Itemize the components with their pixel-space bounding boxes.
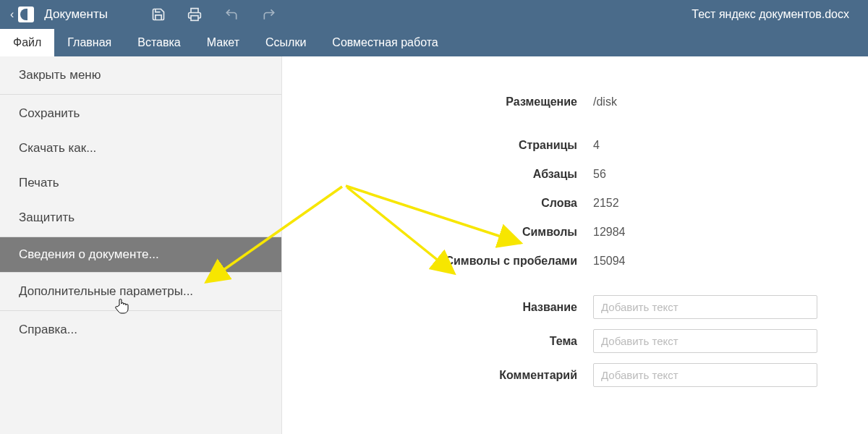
value-words: 2152 (593, 197, 619, 210)
redo-icon[interactable] (261, 7, 277, 22)
menu-advanced[interactable]: Дополнительные параметры... (0, 274, 281, 309)
undo-icon[interactable] (224, 7, 239, 22)
input-comment[interactable] (593, 363, 817, 387)
label-pages: Страницы (304, 139, 593, 152)
value-paragraphs: 56 (593, 168, 606, 181)
label-chars-spaces: Символы с пробелами (304, 255, 593, 268)
menu-save[interactable]: Сохранить (0, 96, 281, 131)
tab-home[interactable]: Главная (54, 29, 124, 56)
menu-protect[interactable]: Защитить (0, 200, 281, 235)
cursor-hand-icon (114, 297, 130, 316)
label-chars: Символы (304, 226, 593, 239)
menubar: Файл Главная Вставка Макет Ссылки Совмес… (0, 29, 868, 56)
tab-layout[interactable]: Макет (194, 29, 252, 56)
back-chevron-icon[interactable]: ‹ (10, 8, 14, 21)
value-pages: 4 (593, 139, 600, 152)
svg-rect-0 (191, 16, 198, 21)
file-menu-sidebar: Закрыть меню Сохранить Скачать как... Пе… (0, 56, 282, 434)
menu-document-info[interactable]: Сведения о документе... (0, 237, 281, 272)
tab-collab[interactable]: Совместная работа (319, 29, 451, 56)
document-info-panel: Размещение /disk Страницы 4 Абзацы 56 Сл… (282, 56, 868, 434)
menu-print[interactable]: Печать (0, 166, 281, 200)
value-chars: 12984 (593, 226, 626, 239)
label-subject: Тема (304, 335, 593, 348)
tab-insert[interactable]: Вставка (124, 29, 193, 56)
document-name: Тест яндекс документов.docx (692, 8, 858, 21)
save-icon[interactable] (151, 7, 166, 22)
tab-file[interactable]: Файл (0, 29, 54, 56)
label-title: Название (304, 301, 593, 314)
app-logo-icon (18, 7, 34, 22)
print-icon[interactable] (187, 7, 202, 22)
titlebar: ‹ Документы Тест яндекс документов.docx (0, 0, 868, 29)
input-subject[interactable] (593, 329, 817, 353)
menu-close[interactable]: Закрыть меню (0, 58, 281, 93)
menu-help[interactable]: Справка... (0, 312, 281, 347)
value-location: /disk (593, 95, 617, 109)
value-chars-spaces: 15094 (593, 255, 626, 268)
label-location: Размещение (304, 95, 593, 109)
app-name: Документы (44, 7, 108, 22)
input-title[interactable] (593, 295, 817, 319)
label-comment: Комментарий (304, 369, 593, 382)
tab-references[interactable]: Ссылки (252, 29, 319, 56)
label-words: Слова (304, 197, 593, 210)
label-paragraphs: Абзацы (304, 168, 593, 181)
menu-download-as[interactable]: Скачать как... (0, 131, 281, 166)
